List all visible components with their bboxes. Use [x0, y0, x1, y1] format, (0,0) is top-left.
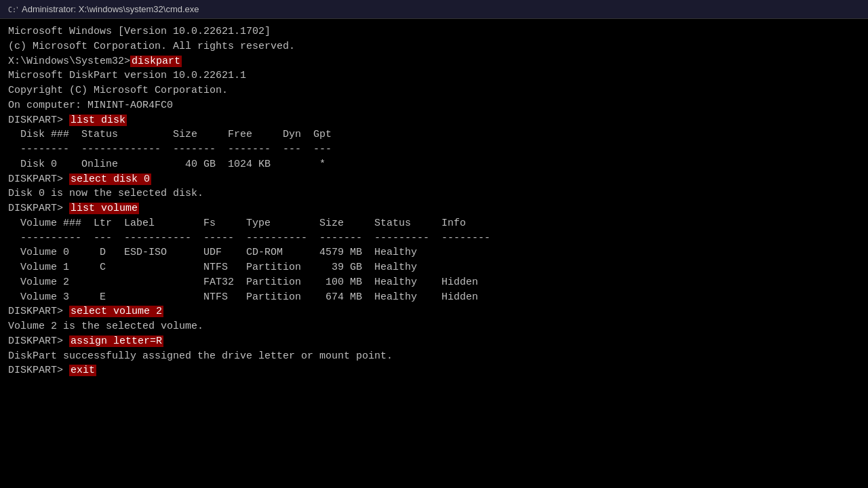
cmd-text: select disk 0 [69, 174, 151, 185]
line-sel1: Disk 0 is now the selected disk. [8, 186, 860, 201]
svg-text:C:\: C:\ [8, 6, 18, 14]
cmd-text: diskpart [130, 56, 182, 67]
title-bar-text: Administrator: X:\windows\system32\cmd.e… [22, 4, 199, 14]
line-sel2: Volume 2 is the selected volume. [8, 319, 860, 334]
line-prompt4: DISKPART> list volume [8, 201, 860, 216]
line-th1: Disk ### Status Size Free Dyn Gpt [8, 127, 860, 142]
line-vh1: Volume ### Ltr Label Fs Type Size Status… [8, 216, 860, 231]
line-version1: Microsoft Windows [Version 10.0.22621.17… [8, 24, 860, 39]
prompt-text: X:\Windows\System32> [8, 56, 130, 67]
line-vd1: Volume 0 D ESD-ISO UDF CD-ROM 4579 MB He… [8, 245, 860, 260]
line-dp2: Copyright (C) Microsoft Corporation. [8, 83, 860, 98]
line-dp1: Microsoft DiskPart version 10.0.22621.1 [8, 68, 860, 83]
line-assign: DiskPart successfully assigned the drive… [8, 349, 860, 364]
title-bar: C:\ Administrator: X:\windows\system32\c… [0, 0, 868, 19]
line-prompt3: DISKPART> select disk 0 [8, 172, 860, 187]
line-prompt2: DISKPART> list disk [8, 113, 860, 128]
cmd-text: exit [69, 365, 96, 376]
line-prompt1: X:\Windows\System32>diskpart [8, 54, 860, 69]
cmd-icon: C:\ [7, 4, 18, 15]
cmd-text: assign letter=R [69, 336, 163, 347]
line-vd2: Volume 1 C NTFS Partition 39 GB Healthy [8, 260, 860, 275]
line-prompt5: DISKPART> select volume 2 [8, 304, 860, 319]
cmd-text: select volume 2 [69, 306, 163, 317]
prompt-text: DISKPART> [8, 306, 69, 317]
line-vd4: Volume 3 E NTFS Partition 674 MB Healthy… [8, 290, 860, 305]
line-vd0: ---------- --- ----------- ----- -------… [8, 231, 860, 246]
prompt-text: DISKPART> [8, 336, 69, 347]
line-prompt6: DISKPART> assign letter=R [8, 334, 860, 349]
line-version2: (c) Microsoft Corporation. All rights re… [8, 39, 860, 54]
line-dp3: On computer: MININT-AOR4FC0 [8, 98, 860, 113]
prompt-text: DISKPART> [8, 115, 69, 126]
line-td2: Disk 0 Online 40 GB 1024 KB * [8, 157, 860, 172]
line-prompt7: DISKPART> exit [8, 363, 860, 378]
prompt-text: DISKPART> [8, 203, 69, 214]
cmd-text: list volume [69, 203, 139, 214]
cmd-text: list disk [69, 115, 127, 126]
prompt-text: DISKPART> [8, 365, 69, 376]
line-td1: -------- ------------- ------- ------- -… [8, 142, 860, 157]
terminal: Microsoft Windows [Version 10.0.22621.17… [0, 19, 868, 488]
line-vd3: Volume 2 FAT32 Partition 100 MB Healthy … [8, 275, 860, 290]
prompt-text: DISKPART> [8, 174, 69, 185]
